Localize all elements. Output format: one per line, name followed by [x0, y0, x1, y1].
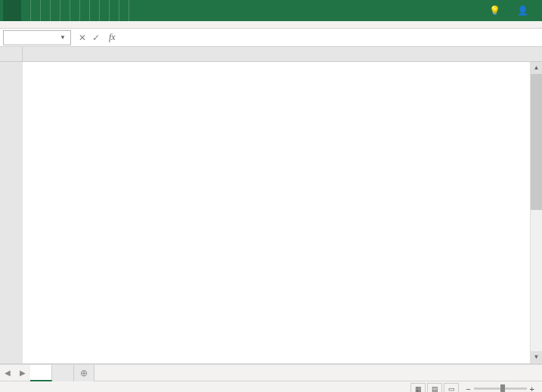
- column-headers: [0, 47, 542, 62]
- enter-icon[interactable]: ✓: [91, 32, 101, 43]
- ribbon-tab-file[interactable]: [3, 0, 21, 21]
- ribbon: 💡 👤: [0, 0, 542, 21]
- ribbon-panel-collapsed: [0, 21, 542, 29]
- zoom-out-button[interactable]: −: [466, 384, 470, 393]
- fx-icon[interactable]: fx: [109, 32, 116, 43]
- sheet-nav-prev-icon[interactable]: ◀: [0, 369, 15, 377]
- vertical-scrollbar[interactable]: ▲ ▼: [530, 62, 542, 363]
- scroll-thumb[interactable]: [531, 74, 542, 210]
- formula-input[interactable]: [120, 30, 542, 45]
- row-headers: [0, 62, 23, 364]
- name-box[interactable]: ▼: [3, 30, 71, 45]
- ribbon-tab-developer[interactable]: [90, 0, 100, 21]
- scroll-up-icon[interactable]: ▲: [531, 62, 542, 74]
- sheet-nav-next-icon[interactable]: ▶: [15, 369, 30, 377]
- ribbon-tab-insert[interactable]: [31, 0, 41, 21]
- zoom-slider[interactable]: [474, 387, 527, 390]
- cancel-icon[interactable]: ✕: [77, 32, 88, 43]
- sheet-tabs: ◀ ▶ ⊕: [0, 364, 542, 381]
- share-button[interactable]: 👤: [509, 5, 539, 16]
- sheet-tab-sheet1[interactable]: [30, 365, 52, 381]
- view-pagebreak-icon[interactable]: ▭: [444, 383, 459, 393]
- view-normal-icon[interactable]: ▦: [410, 383, 426, 393]
- ribbon-tab-home[interactable]: [21, 0, 31, 21]
- zoom-in-button[interactable]: +: [530, 384, 534, 393]
- scroll-down-icon[interactable]: ▼: [531, 351, 542, 363]
- view-pagelayout-icon[interactable]: ▤: [427, 383, 442, 393]
- chevron-down-icon[interactable]: ▼: [60, 34, 66, 41]
- select-all-corner[interactable]: [0, 47, 23, 61]
- formula-bar: ▼ ✕ ✓ fx: [0, 29, 542, 47]
- zoom-control: − +: [466, 384, 537, 393]
- ribbon-tab-pagelayout[interactable]: [41, 0, 51, 21]
- ribbon-tab-formulas[interactable]: [51, 0, 60, 21]
- formula-controls: ✕ ✓: [74, 32, 104, 43]
- share-icon: 👤: [517, 5, 528, 16]
- cells-area[interactable]: [23, 62, 542, 364]
- tell-me[interactable]: 💡: [483, 5, 509, 16]
- ribbon-tab-design[interactable]: [119, 0, 129, 21]
- status-bar: ▦ ▤ ▭ − +: [0, 381, 542, 392]
- ribbon-tab-review[interactable]: [70, 0, 80, 21]
- ribbon-tab-view[interactable]: [80, 0, 90, 21]
- worksheet-grid: ▲ ▼: [0, 47, 542, 364]
- sheet-tab-data[interactable]: [52, 365, 74, 381]
- lightbulb-icon: 💡: [489, 5, 500, 16]
- ribbon-tab-power[interactable]: [100, 0, 110, 21]
- ribbon-tab-data[interactable]: [60, 0, 70, 21]
- ribbon-tab-analyze[interactable]: [110, 0, 119, 21]
- add-sheet-button[interactable]: ⊕: [74, 365, 94, 381]
